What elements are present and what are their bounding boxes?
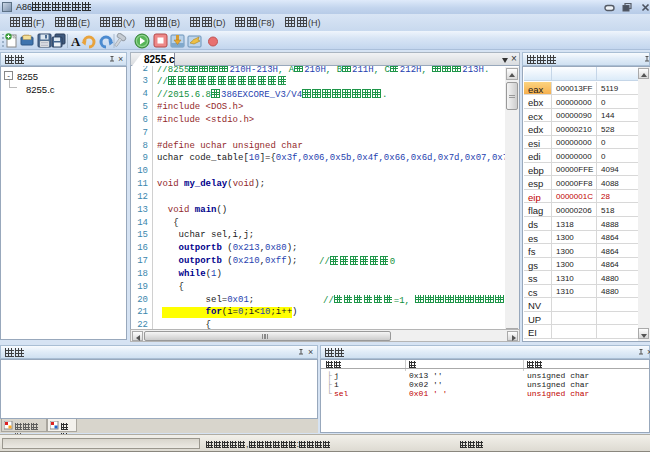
svg-text:A: A xyxy=(71,34,81,49)
